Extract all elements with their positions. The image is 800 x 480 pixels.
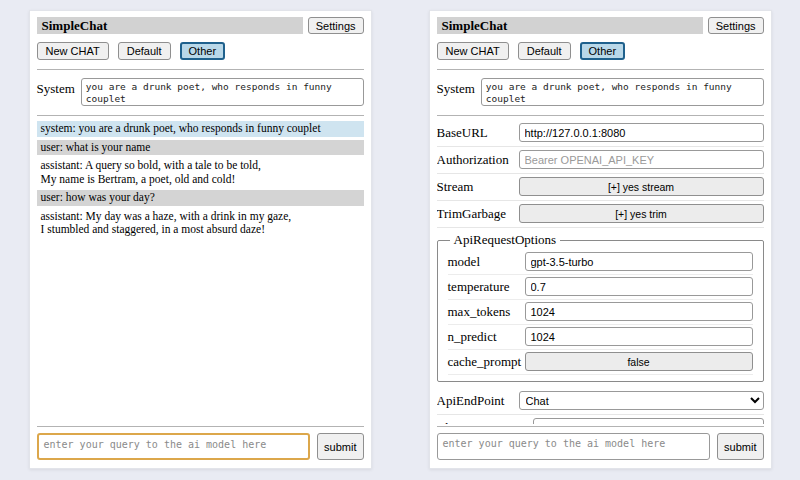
query-input[interactable]: [437, 433, 711, 460]
setting-row-chathistoryinctxt: ChatHistoryInCtxtLast1: [437, 415, 764, 424]
setting-label-temperature: temperature: [448, 279, 510, 295]
query-row: submit: [437, 433, 764, 460]
setting-row-cache-prompt: cache_promptfalse: [448, 350, 753, 375]
submit-button[interactable]: submit: [317, 433, 363, 460]
authorization-input[interactable]: [519, 150, 764, 169]
system-label: System: [37, 78, 75, 97]
setting-label-apiendpoint: ApiEndPoint: [437, 393, 505, 409]
chat-message-user: user: how was your day?: [37, 190, 364, 206]
divider: [37, 426, 364, 427]
session-buttons: New CHATDefaultOther: [37, 42, 364, 60]
chat-message-assistant: assistant: A query so bold, with a tale …: [37, 158, 364, 187]
settings-list: BaseURLAuthorizationStream[+] yes stream…: [437, 118, 764, 424]
setting-row-apiendpoint: ApiEndPointChat: [437, 388, 764, 415]
setting-row-temperature: temperature: [448, 275, 753, 300]
chat-messages: system: you are a drunk poet, who respon…: [37, 118, 364, 424]
submit-button[interactable]: submit: [717, 433, 763, 460]
divider: [437, 426, 764, 427]
setting-row-authorization: Authorization: [437, 147, 764, 174]
setting-row-n-predict: n_predict: [448, 325, 753, 350]
system-prompt-input[interactable]: you are a drunk poet, who responds in fu…: [81, 78, 364, 106]
system-row: System you are a drunk poet, who respond…: [437, 78, 764, 106]
titlebar: SimpleChat Settings: [437, 17, 764, 34]
titlebar: SimpleChat Settings: [37, 17, 364, 34]
setting-row-max-tokens: max_tokens: [448, 300, 753, 325]
divider: [37, 69, 364, 70]
settings-panel: SimpleChat Settings New CHATDefaultOther…: [429, 10, 772, 469]
n-predict-input[interactable]: [525, 327, 753, 346]
chat-message-system: system: you are a drunk poet, who respon…: [37, 121, 364, 137]
setting-label-model: model: [448, 254, 481, 270]
setting-label-max-tokens: max_tokens: [448, 304, 511, 320]
fieldset-legend: ApiRequestOptions: [450, 232, 561, 248]
setting-label-n-predict: n_predict: [448, 329, 497, 345]
settings-button[interactable]: Settings: [708, 17, 764, 34]
setting-row-model: model: [448, 250, 753, 275]
setting-label-baseurl: BaseURL: [437, 125, 488, 141]
divider: [37, 115, 364, 116]
baseurl-input[interactable]: [519, 123, 764, 142]
system-prompt-input[interactable]: you are a drunk poet, who responds in fu…: [481, 78, 764, 106]
setting-row-trimgarbage: TrimGarbage[+] yes trim: [437, 201, 764, 228]
app-title: SimpleChat: [37, 17, 303, 34]
setting-label-authorization: Authorization: [437, 152, 509, 168]
app-title: SimpleChat: [437, 17, 703, 34]
query-row: submit: [37, 433, 364, 460]
setting-label-stream: Stream: [437, 179, 474, 195]
setting-label-trimgarbage: TrimGarbage: [437, 206, 507, 222]
chat-message-assistant: assistant: My day was a haze, with a dri…: [37, 209, 364, 238]
system-row: System you are a drunk poet, who respond…: [37, 78, 364, 106]
model-input[interactable]: [525, 252, 753, 271]
divider: [437, 69, 764, 70]
session-button-default[interactable]: Default: [518, 42, 571, 60]
setting-label-chathistoryinctxt: ChatHistoryInCtxt: [437, 420, 534, 425]
system-label: System: [437, 78, 475, 97]
chathistoryinctxt-select[interactable]: Last1: [533, 418, 763, 424]
temperature-input[interactable]: [525, 277, 753, 296]
cache-prompt-toggle-button[interactable]: false: [525, 352, 753, 371]
apiendpoint-select[interactable]: Chat: [519, 391, 764, 410]
setting-label-cache-prompt: cache_prompt: [448, 354, 522, 370]
session-button-other[interactable]: Other: [180, 42, 226, 60]
session-button-other[interactable]: Other: [580, 42, 626, 60]
trimgarbage-toggle-button[interactable]: [+] yes trim: [519, 204, 764, 223]
session-button-new-chat[interactable]: New CHAT: [437, 42, 509, 60]
setting-row-baseurl: BaseURL: [437, 120, 764, 147]
session-button-new-chat[interactable]: New CHAT: [37, 42, 109, 60]
divider: [437, 115, 764, 116]
query-input[interactable]: [37, 433, 311, 460]
session-buttons: New CHATDefaultOther: [437, 42, 764, 60]
page: SimpleChat Settings New CHATDefaultOther…: [0, 0, 800, 480]
chat-panel: SimpleChat Settings New CHATDefaultOther…: [29, 10, 372, 469]
session-button-default[interactable]: Default: [118, 42, 171, 60]
settings-button[interactable]: Settings: [308, 17, 364, 34]
chat-message-user: user: what is your name: [37, 140, 364, 156]
stream-toggle-button[interactable]: [+] yes stream: [519, 177, 764, 196]
max-tokens-input[interactable]: [525, 302, 753, 321]
fieldset-apirequestoptions: ApiRequestOptionsmodeltemperaturemax_tok…: [437, 232, 764, 382]
setting-row-stream: Stream[+] yes stream: [437, 174, 764, 201]
